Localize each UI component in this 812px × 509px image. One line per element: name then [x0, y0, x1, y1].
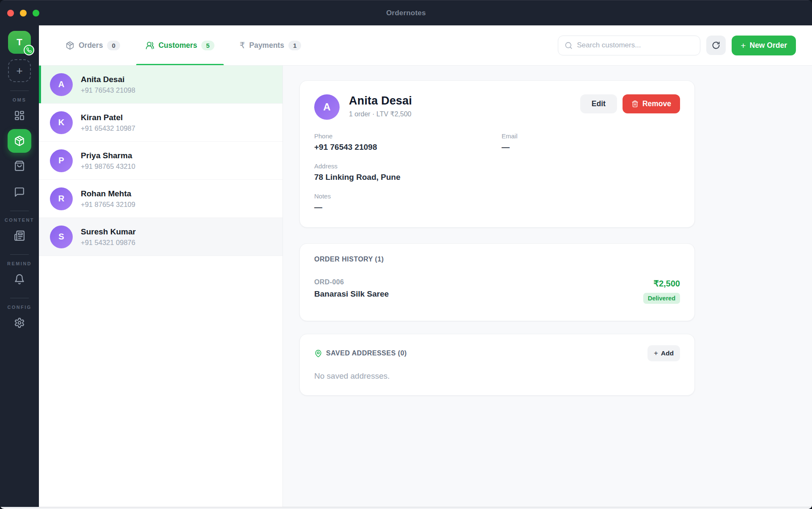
close-button[interactable] — [7, 10, 14, 17]
customer-phone: +91 54321 09876 — [81, 239, 136, 247]
customer-phone: +91 87654 32109 — [81, 201, 135, 209]
customer-phone: +91 98765 43210 — [81, 162, 135, 171]
settings-gear-icon[interactable] — [9, 313, 30, 333]
rail-divider — [10, 254, 29, 255]
order-row[interactable]: ORD-006 Banarasi Silk Saree ₹2,500 Deliv… — [314, 278, 680, 304]
map-pin-icon — [314, 349, 322, 358]
refresh-icon — [712, 41, 720, 50]
empty-addresses-text: No saved addresses. — [314, 371, 680, 381]
tab-label: Payments — [249, 41, 284, 50]
customer-phone: +91 76543 21098 — [81, 86, 135, 94]
saved-addresses-title: SAVED ADDRESSES (0) — [326, 349, 407, 357]
saved-addresses-card: SAVED ADDRESSES (0) + Add No saved addre… — [299, 334, 695, 396]
rail-divider — [10, 211, 29, 211]
customer-name: Rohan Mehta — [81, 189, 135, 198]
app-window: Ordernotes T + OMS — [0, 0, 812, 509]
field-phone: Phone +91 76543 21098 — [314, 132, 502, 152]
bell-icon[interactable] — [9, 269, 30, 289]
package-icon — [66, 41, 74, 50]
tab-count-badge: 0 — [107, 41, 120, 50]
customer-detail-panel: A Anita Desai 1 order · LTV ₹2,500 Edit … — [283, 66, 812, 509]
customer-name: Anita Desai — [81, 75, 135, 84]
top-bar: Orders 0 Customers 5 ₹ Payments 1 — [39, 25, 812, 66]
customer-name: Suresh Kumar — [81, 227, 136, 237]
field-email: Email — — [502, 132, 680, 152]
tab-orders[interactable]: Orders 0 — [56, 25, 129, 65]
avatar: K — [50, 111, 73, 134]
avatar: A — [50, 73, 73, 96]
customer-list-item[interactable]: R Rohan Mehta +91 87654 32109 — [39, 180, 283, 218]
tab-customers[interactable]: Customers 5 — [136, 25, 224, 65]
tab-payments[interactable]: ₹ Payments 1 — [230, 25, 311, 65]
add-workspace-button[interactable]: + — [8, 59, 31, 82]
rupee-icon: ₹ — [240, 41, 245, 50]
customer-phone: +91 65432 10987 — [81, 124, 135, 132]
order-item: Banarasi Silk Saree — [314, 289, 389, 299]
add-label: Add — [661, 349, 674, 357]
customer-list-item[interactable]: A Anita Desai +91 76543 21098 — [39, 66, 283, 104]
search-box[interactable] — [558, 36, 700, 55]
tab-count-badge: 1 — [288, 41, 301, 50]
remove-button[interactable]: Remove — [623, 94, 680, 113]
avatar: P — [50, 149, 73, 172]
order-id: ORD-006 — [314, 278, 389, 286]
rail-section-content: CONTENT — [5, 217, 34, 223]
whatsapp-badge-icon — [24, 45, 34, 55]
rail-divider — [10, 91, 29, 91]
tab-bar: Orders 0 Customers 5 ₹ Payments 1 — [56, 25, 310, 65]
search-input[interactable] — [577, 41, 694, 50]
products-bag-icon[interactable] — [9, 156, 30, 176]
tab-label: Customers — [159, 41, 197, 50]
window-title: Ordernotes — [0, 9, 812, 17]
trash-icon — [631, 100, 639, 107]
customer-list-item[interactable]: P Priya Sharma +91 98765 43210 — [39, 142, 283, 180]
workspace-avatar[interactable]: T — [8, 31, 31, 54]
dashboard-icon[interactable] — [9, 105, 30, 126]
rail-section-config: CONFIG — [7, 305, 31, 310]
status-badge: Delivered — [643, 293, 680, 304]
plus-icon: + — [741, 41, 746, 50]
customer-name: Priya Sharma — [81, 151, 135, 160]
order-amount: ₹2,500 — [643, 278, 680, 289]
titlebar: Ordernotes — [0, 0, 812, 25]
remove-label: Remove — [642, 99, 671, 108]
zoom-button[interactable] — [33, 10, 39, 17]
customer-name: Kiran Patel — [81, 113, 135, 122]
order-history-title: ORDER HISTORY (1) — [314, 256, 680, 263]
window-bottom-edge — [0, 507, 812, 509]
orders-nav-package-icon[interactable] — [8, 129, 31, 153]
customer-list-item[interactable]: K Kiran Patel +91 65432 10987 — [39, 104, 283, 142]
left-rail: T + OMS CONTENT — [0, 25, 39, 509]
tab-count-badge: 5 — [201, 41, 214, 50]
new-order-button[interactable]: + New Order — [732, 36, 796, 55]
rail-section-oms: OMS — [13, 97, 26, 102]
tab-label: Orders — [79, 41, 103, 50]
add-address-button[interactable]: + Add — [647, 345, 680, 361]
traffic-lights — [7, 10, 39, 17]
customer-summary: 1 order · LTV ₹2,500 — [349, 110, 412, 118]
plus-icon: + — [654, 349, 658, 358]
workspace-initial: T — [16, 37, 22, 48]
chat-icon[interactable] — [9, 182, 30, 202]
customer-profile-card: A Anita Desai 1 order · LTV ₹2,500 Edit … — [299, 80, 695, 228]
search-icon — [565, 41, 573, 50]
customer-list-item[interactable]: S Suresh Kumar +91 54321 09876 — [39, 218, 283, 256]
field-notes: Notes — — [314, 193, 680, 212]
field-address: Address 78 Linking Road, Pune — [314, 162, 680, 182]
users-icon — [145, 41, 154, 50]
minimize-button[interactable] — [20, 10, 27, 17]
order-history-card: ORDER HISTORY (1) ORD-006 Banarasi Silk … — [299, 243, 695, 321]
avatar: R — [50, 187, 73, 210]
customer-name: Anita Desai — [349, 94, 412, 107]
rail-divider — [10, 298, 29, 298]
customer-list: A Anita Desai +91 76543 21098 K Kiran Pa… — [39, 66, 283, 509]
news-icon[interactable] — [9, 226, 30, 246]
avatar: A — [314, 94, 340, 120]
rail-section-remind: REMIND — [7, 261, 32, 266]
refresh-button[interactable] — [706, 36, 726, 55]
edit-button[interactable]: Edit — [580, 94, 617, 113]
new-order-label: New Order — [750, 41, 787, 50]
avatar: S — [50, 226, 73, 248]
